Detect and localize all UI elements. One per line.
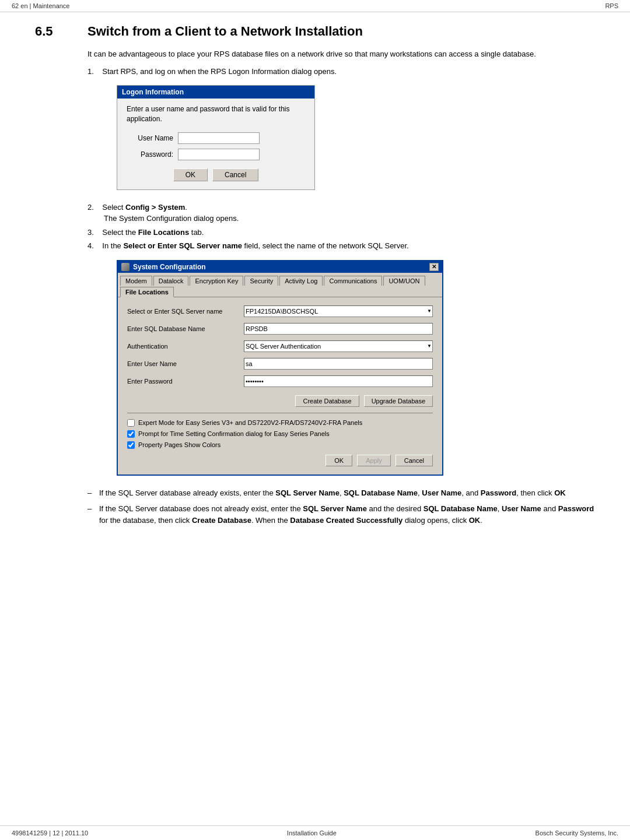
syscfg-titlebar: System Configuration ✕: [118, 261, 442, 273]
syscfg-ok-button[interactable]: OK: [326, 455, 352, 466]
username-label: User Name: [127, 134, 173, 142]
expert-mode-checkbox[interactable]: [127, 419, 135, 427]
step-1-text: Start RPS, and log on when the RPS Logon…: [102, 67, 337, 76]
auth-label: Authentication: [127, 343, 244, 350]
create-database-button[interactable]: Create Database: [295, 395, 359, 407]
auth-select-wrap[interactable]: SQL Server Authentication: [244, 340, 433, 352]
logon-dialog: Logon Information Enter a user name and …: [117, 85, 315, 190]
step-1: 1. Start RPS, and log on when the RPS Lo…: [88, 66, 595, 78]
upgrade-database-button[interactable]: Upgrade Database: [364, 395, 433, 407]
section-heading: 6.5 Switch from a Client to a Network In…: [35, 24, 595, 39]
section-title: Switch from a Client to a Network Instal…: [88, 24, 363, 39]
auth-select[interactable]: SQL Server Authentication: [244, 340, 433, 352]
logon-dialog-wrapper: Logon Information Enter a user name and …: [117, 85, 595, 190]
step-4-num: 4.: [88, 241, 100, 250]
step-3-num: 3.: [88, 228, 100, 237]
syscfg-cancel-button[interactable]: Cancel: [396, 455, 433, 466]
step-1-num: 1.: [88, 67, 100, 76]
steps-list: 1. Start RPS, and log on when the RPS Lo…: [88, 66, 595, 78]
footer-right: Bosch Security Systems, Inc.: [536, 830, 618, 837]
property-colors-label: Property Pages Show Colors: [138, 441, 220, 448]
logon-dialog-title: Logon Information: [117, 86, 314, 99]
tab-uom-uon[interactable]: UOM/UON: [383, 276, 425, 286]
tab-activity-log[interactable]: Activity Log: [279, 276, 323, 286]
page-footer: 4998141259 | 12 | 2011.10 Installation G…: [0, 825, 630, 840]
steps-2-4: 2. Select Config > System. The System Co…: [88, 202, 595, 252]
tab-encryption-key[interactable]: Encryption Key: [190, 276, 243, 286]
step-3-text: Select the File Locations tab.: [102, 228, 204, 237]
username-input-syscfg[interactable]: [244, 358, 433, 370]
step-2-num: 2.: [88, 203, 100, 212]
tab-datalock[interactable]: Datalock: [153, 276, 189, 286]
password-row: Password:: [127, 149, 305, 160]
syscfg-title-text: System Configuration: [133, 263, 206, 271]
logon-cancel-button[interactable]: Cancel: [212, 168, 258, 181]
password-input[interactable]: [178, 149, 260, 160]
tab-file-locations[interactable]: File Locations: [120, 287, 174, 297]
sql-server-select-wrap[interactable]: FP14215DA\BOSCHSQL: [244, 305, 433, 317]
checkbox-expert-mode: Expert Mode for Easy Series V3+ and DS72…: [127, 419, 433, 427]
syscfg-app-icon: [121, 263, 130, 271]
password-label: Password:: [127, 150, 173, 159]
footer-center: Installation Guide: [287, 830, 337, 837]
step-2-sub: The System Configuration dialog opens.: [104, 213, 595, 224]
syscfg-action-buttons: Create Database Upgrade Database: [127, 395, 433, 407]
username-row-syscfg: Enter User Name: [127, 358, 433, 370]
header-right: RPS: [605, 2, 618, 9]
sql-db-name-label: Enter SQL Database Name: [127, 325, 244, 332]
syscfg-dialog: System Configuration ✕ Modem Datalock En…: [117, 260, 443, 476]
step-2: 2. Select Config > System. The System Co…: [88, 202, 595, 224]
logon-ok-button[interactable]: OK: [173, 168, 208, 181]
checkbox-property-colors: Property Pages Show Colors: [127, 441, 433, 449]
section-number: 6.5: [35, 24, 64, 39]
header-left: 62 en | Maintenance: [12, 2, 69, 9]
sql-db-name-row: Enter SQL Database Name: [127, 323, 433, 335]
checkbox-time-prompt: Prompt for Time Setting Confirmation dia…: [127, 430, 433, 438]
syscfg-tabs: Modem Datalock Encryption Key Security A…: [118, 273, 442, 297]
password-row-syscfg: Enter Password: [127, 375, 433, 387]
expert-mode-label: Expert Mode for Easy Series V3+ and DS72…: [138, 419, 362, 426]
sql-db-name-input[interactable]: [244, 323, 433, 335]
username-input[interactable]: [178, 132, 260, 144]
tab-security[interactable]: Security: [244, 276, 278, 286]
syscfg-footer-buttons: OK Apply Cancel: [127, 455, 433, 466]
intro-text: It can be advantageous to place your RPS…: [88, 48, 595, 60]
time-prompt-label: Prompt for Time Setting Confirmation dia…: [138, 430, 330, 437]
step-4-text: In the Select or Enter SQL Server name f…: [102, 241, 408, 250]
username-row: User Name: [127, 132, 305, 144]
syscfg-dialog-wrapper: System Configuration ✕ Modem Datalock En…: [117, 260, 595, 476]
sql-server-row: Select or Enter SQL Server name FP14215D…: [127, 305, 433, 317]
sql-server-label: Select or Enter SQL Server name: [127, 308, 244, 315]
syscfg-divider: [127, 413, 433, 413]
logon-description: Enter a user name and password that is v…: [127, 104, 305, 124]
bullet-1: If the SQL Server database already exist…: [88, 487, 595, 499]
logon-dialog-body: Enter a user name and password that is v…: [117, 99, 314, 189]
tab-modem[interactable]: Modem: [120, 276, 152, 286]
sql-server-select[interactable]: FP14215DA\BOSCHSQL: [244, 305, 433, 317]
step-4: 4. In the Select or Enter SQL Server nam…: [88, 240, 595, 252]
syscfg-titlebar-left: System Configuration: [121, 263, 206, 271]
bullet-2: If the SQL Server database does not alre…: [88, 503, 595, 526]
main-content: 6.5 Switch from a Client to a Network In…: [0, 12, 630, 555]
page-header: 62 en | Maintenance RPS: [0, 0, 630, 12]
syscfg-apply-button[interactable]: Apply: [357, 455, 391, 466]
syscfg-body: Select or Enter SQL Server name FP14215D…: [118, 297, 442, 475]
auth-row: Authentication SQL Server Authentication: [127, 340, 433, 352]
password-input-syscfg[interactable]: [244, 375, 433, 387]
logon-buttons: OK Cancel: [127, 168, 305, 181]
footer-left: 4998141259 | 12 | 2011.10: [12, 830, 88, 837]
password-label-syscfg: Enter Password: [127, 378, 244, 385]
step-2-text: Select Config > System.: [102, 203, 187, 212]
property-colors-checkbox[interactable]: [127, 441, 135, 449]
syscfg-close-button[interactable]: ✕: [429, 263, 439, 271]
username-label-syscfg: Enter User Name: [127, 360, 244, 367]
tab-communications[interactable]: Communications: [324, 276, 382, 286]
time-prompt-checkbox[interactable]: [127, 430, 135, 438]
step-3: 3. Select the File Locations tab.: [88, 227, 595, 238]
bullet-list: If the SQL Server database already exist…: [88, 487, 595, 526]
